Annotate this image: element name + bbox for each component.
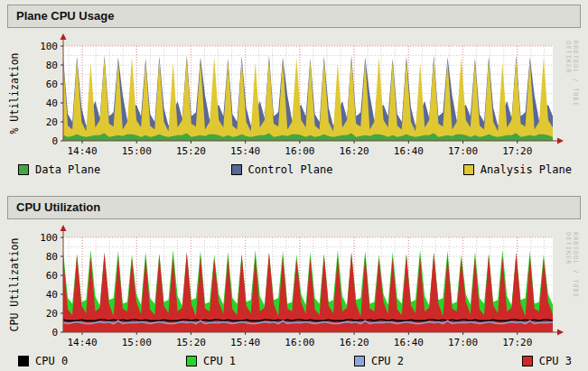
y-axis-ticks: 020406080100 [40, 232, 63, 339]
cpu-utilization-graph: 02040608010014:4015:0015:2015:4016:0016:… [7, 219, 581, 351]
rrdtool-dashboard: Plane CPU Usage 02040608010014:4015:0015… [0, 0, 588, 371]
legend-item-cpu0: CPU 0 [18, 355, 68, 367]
legend-label: Analysis Plane [481, 163, 572, 176]
legend-item-cpu2: CPU 2 [354, 355, 404, 367]
legend-label: CPU 3 [539, 355, 572, 367]
svg-text:16:40: 16:40 [394, 145, 424, 157]
legend-label: CPU 2 [371, 355, 404, 367]
panel-title-bar: Plane CPU Usage [7, 5, 581, 28]
svg-text:20: 20 [46, 116, 58, 128]
svg-text:14:40: 14:40 [67, 145, 97, 157]
y-axis-label: CPU Utilization [8, 238, 21, 332]
panel-title: Plane CPU Usage [16, 9, 114, 23]
legend-label: Control Plane [248, 163, 333, 176]
svg-text:40: 40 [46, 97, 58, 109]
rrdtool-watermark: RRDTOOL / TOBI OETIKER [565, 232, 579, 333]
svg-text:15:20: 15:20 [176, 145, 206, 157]
svg-text:15:40: 15:40 [230, 337, 260, 348]
svg-text:16:40: 16:40 [394, 337, 424, 348]
legend-label: CPU 1 [203, 355, 236, 367]
rrdtool-watermark: RRDTOOL / TOBI OETIKER [565, 41, 579, 142]
legend-item-control-plane: Control Plane [231, 163, 333, 176]
control-plane-swatch-icon [231, 164, 242, 175]
analysis-plane-swatch-icon [463, 164, 474, 175]
svg-text:100: 100 [40, 232, 58, 244]
legend-item-cpu1: CPU 1 [186, 355, 236, 367]
legend-item-analysis-plane: Analysis Plane [463, 163, 572, 176]
svg-text:60: 60 [46, 79, 58, 90]
y-axis-label: % Utilization [8, 52, 21, 134]
svg-text:14:40: 14:40 [67, 337, 97, 348]
y-axis-ticks: 020406080100 [40, 41, 63, 147]
svg-text:40: 40 [46, 289, 58, 301]
svg-text:15:20: 15:20 [176, 337, 206, 348]
svg-text:80: 80 [46, 60, 58, 71]
svg-text:100: 100 [40, 41, 58, 52]
svg-text:80: 80 [46, 251, 58, 263]
plane-cpu-usage-graph: 02040608010014:4015:0015:2015:4016:0016:… [7, 28, 581, 160]
svg-text:15:00: 15:00 [122, 337, 152, 348]
cpu0-swatch-icon [18, 356, 29, 366]
svg-text:16:20: 16:20 [340, 337, 369, 348]
svg-text:16:00: 16:00 [285, 337, 314, 348]
legend-item-cpu3: CPU 3 [522, 355, 572, 367]
legend-label: Data Plane [35, 163, 100, 176]
cpu-utilization-panel: CPU Utilization 02040608010014:4015:0015… [7, 196, 581, 371]
svg-text:17:20: 17:20 [502, 337, 532, 348]
svg-text:20: 20 [46, 308, 58, 320]
svg-text:17:00: 17:00 [448, 337, 478, 348]
panel-title-bar: CPU Utilization [7, 196, 581, 219]
svg-text:17:00: 17:00 [448, 145, 478, 157]
svg-text:16:20: 16:20 [340, 145, 369, 157]
plane-cpu-usage-chart: 02040608010014:4015:0015:2015:4016:0016:… [7, 28, 581, 160]
x-axis-ticks: 14:4015:0015:2015:4016:0016:2016:4017:00… [67, 141, 532, 157]
cpu3-swatch-icon [522, 356, 533, 366]
svg-text:15:40: 15:40 [230, 145, 260, 157]
plane-legend: Data Plane Control Plane Analysis Plane [7, 160, 581, 181]
plane-cpu-usage-panel: Plane CPU Usage 02040608010014:4015:0015… [7, 5, 581, 181]
svg-text:17:20: 17:20 [502, 145, 532, 157]
svg-text:0: 0 [51, 135, 58, 147]
svg-text:16:00: 16:00 [285, 145, 314, 157]
data-plane-swatch-icon [18, 164, 29, 175]
x-axis-ticks: 14:4015:0015:2015:4016:0016:2016:4017:00… [67, 332, 532, 348]
svg-text:0: 0 [51, 327, 58, 339]
cpu-legend: CPU 0 CPU 1 CPU 2 CPU 3 [7, 351, 581, 371]
svg-text:15:00: 15:00 [122, 145, 152, 157]
svg-text:60: 60 [46, 270, 58, 282]
panel-title: CPU Utilization [16, 200, 100, 214]
cpu-utilization-chart: 02040608010014:4015:0015:2015:4016:0016:… [7, 219, 581, 351]
legend-item-data-plane: Data Plane [18, 163, 100, 176]
cpu2-swatch-icon [354, 356, 365, 366]
cpu1-swatch-icon [186, 356, 197, 366]
legend-label: CPU 0 [35, 355, 68, 367]
